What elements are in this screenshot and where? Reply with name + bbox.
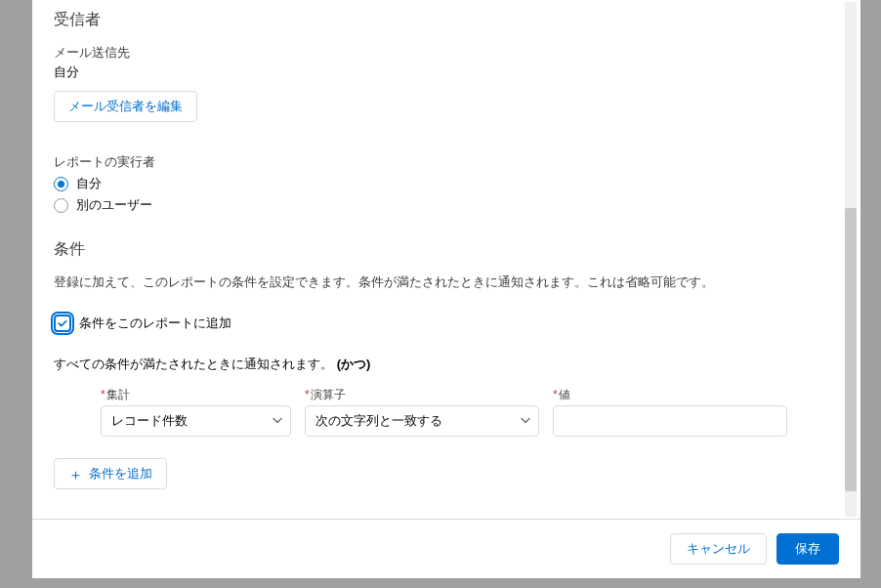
- recipients-title: 受信者: [54, 10, 829, 30]
- operator-column: *演算子 次の文字列と一致する: [305, 387, 539, 437]
- condition-row: *集計 レコード件数 *演算子 次の文字列と一致する: [101, 387, 829, 437]
- aggregate-select[interactable]: レコード件数: [101, 405, 291, 437]
- save-button[interactable]: 保存: [776, 533, 839, 565]
- add-conditions-checkbox[interactable]: [54, 315, 71, 332]
- notify-prefix: すべての条件が満たされたときに通知されます。: [54, 357, 333, 371]
- edit-recipients-button[interactable]: メール受信者を編集: [54, 91, 197, 122]
- modal-content: 受信者 メール送信先 自分 メール受信者を編集 レポートの実行者 自分 別のユー…: [54, 10, 843, 489]
- run-as-title: レポートの実行者: [54, 153, 829, 171]
- add-conditions-label: 条件をこのレポートに追加: [79, 315, 231, 332]
- run-as-self-label: 自分: [76, 175, 102, 192]
- operator-select[interactable]: 次の文字列と一致する: [305, 405, 539, 437]
- value-column: *値: [553, 387, 787, 437]
- aggregate-label: *集計: [101, 387, 291, 403]
- aggregate-column: *集計 レコード件数: [101, 387, 291, 437]
- run-as-other-radio[interactable]: 別のユーザー: [54, 196, 829, 214]
- add-condition-button[interactable]: ＋ 条件を追加: [54, 458, 167, 489]
- run-as-other-label: 別のユーザー: [76, 196, 152, 214]
- operator-value: 次の文字列と一致する: [315, 412, 442, 430]
- operator-label: *演算子: [305, 387, 539, 403]
- scrollbar-thumb[interactable]: [845, 208, 857, 491]
- modal-dialog: 受信者 メール送信先 自分 メール受信者を編集 レポートの実行者 自分 別のユー…: [32, 0, 860, 578]
- scrollbar[interactable]: [843, 2, 859, 517]
- aggregate-value: レコード件数: [111, 412, 188, 430]
- check-icon: [57, 317, 68, 329]
- send-to-label: メール送信先: [54, 44, 829, 62]
- radio-icon: [54, 198, 68, 213]
- add-conditions-checkbox-row: 条件をこのレポートに追加: [54, 315, 829, 332]
- value-input[interactable]: [553, 405, 787, 437]
- modal-footer: キャンセル 保存: [32, 519, 860, 578]
- plus-icon: ＋: [68, 467, 83, 482]
- chevron-down-icon: [273, 414, 282, 429]
- chevron-down-icon: [521, 414, 530, 429]
- run-as-radio-group: 自分 別のユーザー: [54, 175, 829, 214]
- conditions-title: 条件: [54, 239, 829, 260]
- cancel-button[interactable]: キャンセル: [670, 533, 767, 565]
- send-to-value: 自分: [54, 63, 829, 81]
- add-condition-label: 条件を追加: [89, 465, 152, 483]
- conditions-help-text: 登録に加えて、このレポートの条件を設定できます。条件が満たされたときに通知されま…: [54, 273, 829, 291]
- notify-logic: (かつ): [337, 357, 371, 371]
- value-label: *値: [553, 387, 787, 403]
- notify-line: すべての条件が満たされたときに通知されます。 (かつ): [54, 356, 829, 373]
- modal-body: 受信者 メール送信先 自分 メール受信者を編集 レポートの実行者 自分 別のユー…: [32, 0, 860, 519]
- run-as-self-radio[interactable]: 自分: [54, 175, 829, 192]
- radio-icon: [54, 177, 68, 191]
